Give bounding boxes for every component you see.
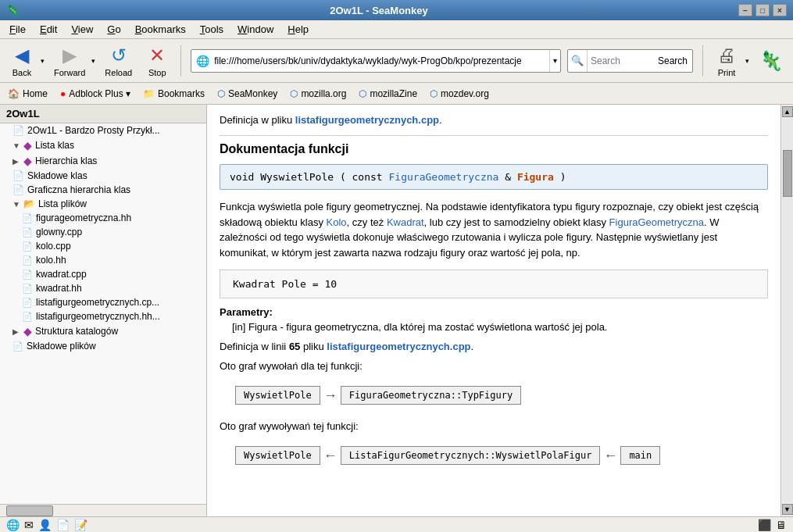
sidebar-item-file-8[interactable]: 📄 listafigurgeometrycznych.hh... — [0, 309, 206, 323]
bookmark-home-label: Home — [23, 88, 48, 99]
menu-help[interactable]: Help — [281, 22, 315, 37]
print-icon: 🖨 — [717, 45, 736, 66]
forward-button[interactable]: ▶ Forward — [49, 43, 90, 79]
bookmark-home[interactable]: 🏠 Home — [5, 87, 51, 101]
seamonkey-button[interactable]: 🦎 — [754, 48, 788, 73]
folder-icon: 📂 — [23, 198, 35, 209]
sidebar-item-skladowe-plikow[interactable]: 📄 Składowe plików — [0, 339, 206, 353]
window-icon: 🦎 — [6, 4, 20, 16]
status-edit-icon[interactable]: 📝 — [74, 519, 88, 531]
maximize-button[interactable]: □ — [755, 4, 770, 16]
stop-button[interactable]: ✕ Stop — [140, 43, 174, 79]
sidebar-item-file-4[interactable]: 📄 kolo.hh — [0, 253, 206, 267]
menu-file[interactable]: File — [3, 22, 32, 37]
sidebar: 2Ow1L 📄 2Ow1L - Bardzo Prosty Przykł... … — [0, 105, 207, 504]
bookmark-bookmarks[interactable]: 📁 Bookmarks — [140, 87, 208, 101]
toolbar: ◀ Back ▾ ▶ Forward ▾ ↺ Reload ✕ Stop 🌐 ▾… — [0, 39, 793, 83]
status-globe-icon[interactable]: 🌐 — [6, 519, 20, 531]
status-screen-icon[interactable]: 🖥 — [776, 519, 787, 531]
address-dropdown-arrow[interactable]: ▾ — [549, 50, 560, 72]
file-def-link[interactable]: listafigurgeometrycznych.cpp — [295, 114, 439, 126]
menu-view[interactable]: View — [65, 22, 99, 37]
scrollbar-thumb[interactable] — [783, 150, 792, 197]
print-group: 🖨 Print ▾ — [709, 43, 751, 79]
seamonkey-bm-icon: ⬡ — [217, 88, 225, 99]
scrollbar-down-arrow[interactable]: ▼ — [782, 504, 793, 515]
menu-bar: File Edit View Go Bookmarks Tools Window… — [0, 20, 793, 39]
search-icon-area[interactable]: 🔍 — [568, 50, 588, 72]
sidebar-item-skladowe-klas[interactable]: 📄 Składowe klas — [0, 169, 206, 183]
seamonkey-icon: 🦎 — [759, 50, 783, 72]
status-mail-icon[interactable]: ✉ — [24, 519, 34, 531]
back-label: Back — [13, 68, 31, 77]
scrollbar-up-arrow[interactable]: ▲ — [782, 106, 793, 117]
func-amp: & — [505, 171, 517, 183]
func-type-link[interactable]: FiguraGeometryczna — [389, 171, 499, 183]
search-input[interactable] — [588, 50, 658, 72]
file-icon-4: 📄 — [22, 255, 33, 266]
sidebar-hscroll-thumb[interactable] — [6, 505, 53, 516]
status-doc-icon[interactable]: 📄 — [56, 519, 70, 531]
back-dropdown-arrow[interactable]: ▾ — [39, 57, 46, 65]
right-scrollbar[interactable]: ▲ ▼ — [780, 105, 793, 516]
sidebar-item-file-3-label: kolo.cpp — [36, 241, 71, 252]
callers-node1: WyswietlPole — [235, 446, 320, 465]
desc-link-figura[interactable]: FiguraGeometryczna — [609, 216, 704, 228]
sidebar-item-file-2[interactable]: 📄 glowny.cpp — [0, 225, 206, 239]
menu-window[interactable]: Window — [231, 22, 280, 37]
menu-go[interactable]: Go — [101, 22, 127, 37]
section-title: Dokumentacja funkcji — [220, 142, 768, 156]
line-definition: Definicja w linii 65 pliku listafigurgeo… — [220, 341, 768, 352]
sidebar-item-file-6-label: kwadrat.hh — [36, 283, 82, 294]
sidebar-item-graficzna[interactable]: 📄 Graficzna hierarchia klas — [0, 183, 206, 197]
call-graph-incoming: Oto graf wywoływań tej funkcji: Wyswietl… — [220, 420, 768, 473]
sidebar-horizontal-scrollbar[interactable] — [0, 504, 206, 516]
sidebar-item-file-6[interactable]: 📄 kwadrat.hh — [0, 281, 206, 295]
status-connection-icon[interactable]: ⬛ — [758, 519, 771, 531]
file-def-text: Definicja w pliku — [220, 114, 295, 126]
sidebar-item-main[interactable]: 📄 2Ow1L - Bardzo Prosty Przykł... — [0, 123, 206, 137]
forward-icon: ▶ — [63, 45, 77, 66]
bookmark-seamonkey[interactable]: ⬡ SeaMonkey — [214, 87, 280, 101]
print-button[interactable]: 🖨 Print — [709, 43, 744, 79]
doc-icon2: 📄 — [13, 170, 24, 181]
sidebar-item-file-5[interactable]: 📄 kwadrat.cpp — [0, 267, 206, 281]
sidebar-item-file-4-label: kolo.hh — [36, 255, 66, 266]
forward-label: Forward — [54, 68, 85, 77]
sidebar-item-file-1[interactable]: 📄 figurageometryczna.hh — [0, 211, 206, 225]
call-graph-arrow: → — [320, 387, 341, 404]
bookmark-adblock[interactable]: ● Adblock Plus ▾ — [57, 87, 134, 101]
desc-link-kwadrat[interactable]: Kwadrat — [387, 216, 424, 228]
sidebar-item-file-7-label: listafigurgeometrycznych.cp... — [36, 297, 159, 308]
menu-tools[interactable]: Tools — [194, 22, 230, 37]
forward-dropdown-arrow[interactable]: ▾ — [90, 57, 97, 65]
diamond-icon2: ◆ — [23, 155, 32, 167]
sidebar-item-lista-plikow[interactable]: ▼ 📂 Lista plików — [0, 197, 206, 211]
sidebar-item-lista-klas[interactable]: ▼ ◆ Lista klas — [0, 137, 206, 153]
sidebar-item-file-3[interactable]: 📄 kolo.cpp — [0, 239, 206, 253]
back-button[interactable]: ◀ Back — [5, 43, 39, 79]
sidebar-item-struktura[interactable]: ▶ ◆ Struktura katalogów — [0, 323, 206, 339]
reload-button[interactable]: ↺ Reload — [100, 43, 137, 79]
callers-graph-title: Oto graf wywoływań tej funkcji: — [220, 420, 768, 432]
sidebar-item-hierarchia-klas[interactable]: ▶ ◆ Hierarchia klas — [0, 153, 206, 169]
func-keyword: void — [230, 171, 260, 183]
desc-link-kolo[interactable]: Kolo — [327, 216, 347, 228]
menu-edit[interactable]: Edit — [34, 22, 63, 37]
bookmark-mozilla[interactable]: ⬡ mozilla.org — [287, 87, 349, 101]
menu-bookmarks[interactable]: Bookmarks — [129, 22, 192, 37]
address-input[interactable] — [214, 50, 549, 72]
bookmark-mozillazine[interactable]: ⬡ mozillaZine — [355, 87, 420, 101]
sidebar-item-file-2-label: glowny.cpp — [36, 227, 82, 237]
scrollbar-track[interactable] — [782, 119, 793, 502]
address-bar: 🌐 ▾ — [191, 49, 561, 73]
file-icon-5: 📄 — [22, 270, 33, 280]
status-user-icon[interactable]: 👤 — [38, 519, 52, 531]
bookmark-mozdev[interactable]: ⬡ mozdev.org — [427, 87, 492, 101]
callers-node3: main — [620, 446, 660, 465]
close-button[interactable]: × — [773, 4, 787, 16]
minimize-button[interactable]: − — [738, 4, 752, 16]
sidebar-item-file-7[interactable]: 📄 listafigurgeometrycznych.cp... — [0, 295, 206, 309]
print-dropdown-arrow[interactable]: ▾ — [744, 57, 751, 65]
line-def-link[interactable]: listafigurgeometrycznych.cpp — [327, 341, 470, 352]
